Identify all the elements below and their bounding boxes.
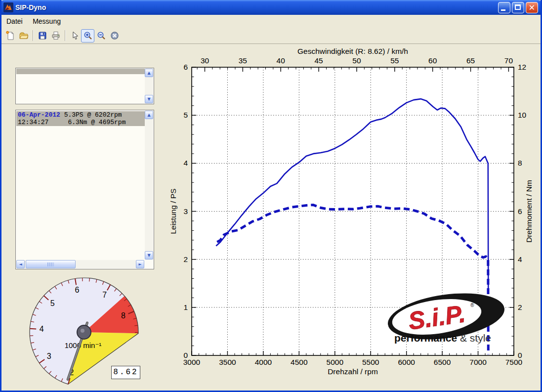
svg-text:Drehmoment / Nm: Drehmoment / Nm	[525, 180, 533, 243]
svg-text:8: 8	[518, 159, 522, 167]
save-button[interactable]	[36, 29, 49, 43]
thumb-grip	[47, 262, 54, 266]
measurement-date: 06-Apr-2012	[18, 111, 60, 119]
pointer-tool-button[interactable]	[68, 29, 81, 43]
svg-text:60: 60	[428, 56, 437, 65]
results-listbox[interactable]: 06-Apr-2012 5.3PS @ 6202rpm 12:34:27 6.3…	[15, 110, 154, 269]
svg-text:5500: 5500	[362, 358, 379, 366]
scrollbar-thumb[interactable]	[26, 260, 76, 268]
menu-bar: Datei Messung	[1, 15, 541, 28]
open-folder-icon	[19, 31, 29, 41]
reset-view-icon	[110, 31, 120, 41]
new-file-icon	[5, 31, 15, 41]
svg-text:30: 30	[201, 56, 209, 65]
list-item[interactable]: 06-Apr-2012 5.3PS @ 6202rpm 12:34:27 6.3…	[16, 111, 145, 126]
svg-text:Geschwindigkeit (R: 8.62) / km: Geschwindigkeit (R: 8.62) / km/h	[297, 47, 408, 55]
measurement-power: 5.3PS @ 6202rpm	[60, 111, 122, 119]
save-icon	[38, 31, 47, 41]
svg-text:Drehzahl / rpm: Drehzahl / rpm	[328, 367, 378, 376]
toolbar	[1, 28, 541, 44]
print-button[interactable]	[49, 29, 62, 43]
svg-text:65: 65	[466, 56, 475, 65]
app-icon	[3, 2, 13, 12]
svg-text:6: 6	[75, 286, 80, 294]
svg-text:35: 35	[239, 56, 247, 65]
svg-text:6: 6	[183, 63, 188, 71]
svg-text:2: 2	[183, 255, 188, 263]
zoom-out-tool-button[interactable]	[94, 29, 108, 43]
svg-text:4000: 4000	[255, 358, 272, 366]
zoom-in-icon	[83, 31, 93, 41]
ratio-field[interactable]: 8.62	[111, 366, 140, 379]
menu-messung[interactable]: Messung	[29, 15, 65, 25]
svg-text:®: ®	[470, 303, 474, 308]
app-window: SIP-Dyno ✕ Datei Messung	[0, 0, 542, 392]
measurement-line1: 06-Apr-2012 5.3PS @ 6202rpm	[18, 111, 145, 119]
svg-text:5: 5	[183, 111, 188, 119]
horizontal-scrollbar[interactable]: ◄ ►	[16, 260, 144, 268]
svg-text:1000 min⁻¹: 1000 min⁻¹	[65, 341, 102, 349]
scroll-right-button[interactable]: ►	[136, 260, 144, 268]
reset-view-button[interactable]	[108, 29, 121, 43]
selected-row[interactable]	[16, 69, 145, 74]
svg-text:5: 5	[50, 299, 55, 307]
svg-text:6500: 6500	[434, 358, 451, 366]
svg-text:3: 3	[183, 207, 188, 216]
dyno-chart[interactable]: 3000350040004500500055006000650070007500…	[165, 47, 542, 392]
svg-text:50: 50	[352, 56, 361, 65]
svg-text:0: 0	[183, 351, 188, 359]
svg-text:7000: 7000	[469, 358, 487, 366]
svg-text:2: 2	[518, 303, 522, 311]
svg-text:40: 40	[277, 56, 286, 65]
file-listbox[interactable]: ▲ ▼	[15, 68, 154, 104]
svg-text:70: 70	[504, 56, 513, 65]
toolbar-separator	[33, 30, 33, 41]
toolbar-separator	[65, 30, 65, 41]
vertical-scrollbar[interactable]: ▲ ▼	[145, 69, 153, 103]
svg-text:6: 6	[518, 207, 522, 216]
open-button[interactable]	[17, 29, 30, 43]
scroll-down-button[interactable]: ▼	[145, 95, 153, 103]
title-bar: SIP-Dyno ✕	[0, 0, 542, 15]
scroll-up-button[interactable]: ▲	[145, 111, 153, 119]
svg-text:45: 45	[314, 56, 323, 65]
close-icon: ✕	[526, 3, 538, 13]
minimize-button[interactable]	[498, 2, 510, 13]
scroll-left-button[interactable]: ◄	[16, 260, 25, 268]
vertical-scrollbar[interactable]: ▲ ▼	[145, 111, 153, 260]
pointer-icon	[70, 31, 80, 41]
svg-text:0: 0	[518, 351, 522, 359]
svg-text:4: 4	[183, 159, 188, 167]
svg-text:5000: 5000	[327, 358, 344, 366]
svg-text:Leistung / PS: Leistung / PS	[169, 188, 177, 234]
svg-text:4: 4	[40, 325, 44, 333]
menu-datei[interactable]: Datei	[2, 15, 27, 25]
window-controls: ✕	[498, 2, 538, 13]
close-button[interactable]: ✕	[526, 2, 538, 13]
zoom-out-icon	[96, 31, 106, 41]
svg-text:7: 7	[102, 291, 107, 299]
window-title: SIP-Dyno	[15, 3, 46, 11]
svg-text:10: 10	[518, 111, 527, 119]
maximize-button[interactable]	[512, 2, 524, 13]
measurement-line2: 12:34:27 6.3Nm @ 4695rpm	[18, 119, 145, 126]
zoom-in-tool-button[interactable]	[81, 29, 94, 43]
svg-text:6000: 6000	[398, 358, 415, 366]
svg-text:1: 1	[183, 303, 188, 311]
minimize-icon	[501, 9, 505, 11]
maximize-icon	[515, 4, 521, 10]
scroll-down-button[interactable]: ▼	[145, 251, 153, 260]
svg-text:55: 55	[390, 56, 399, 65]
svg-text:3: 3	[47, 352, 51, 360]
svg-text:performance & style: performance & style	[394, 332, 491, 344]
svg-text:3500: 3500	[219, 358, 236, 366]
svg-text:8: 8	[121, 311, 125, 320]
svg-text:4500: 4500	[291, 358, 308, 366]
new-button[interactable]	[3, 29, 17, 43]
print-icon	[51, 31, 61, 41]
scroll-up-button[interactable]: ▲	[145, 69, 153, 77]
svg-text:12: 12	[518, 63, 526, 71]
svg-text:4: 4	[518, 255, 522, 263]
